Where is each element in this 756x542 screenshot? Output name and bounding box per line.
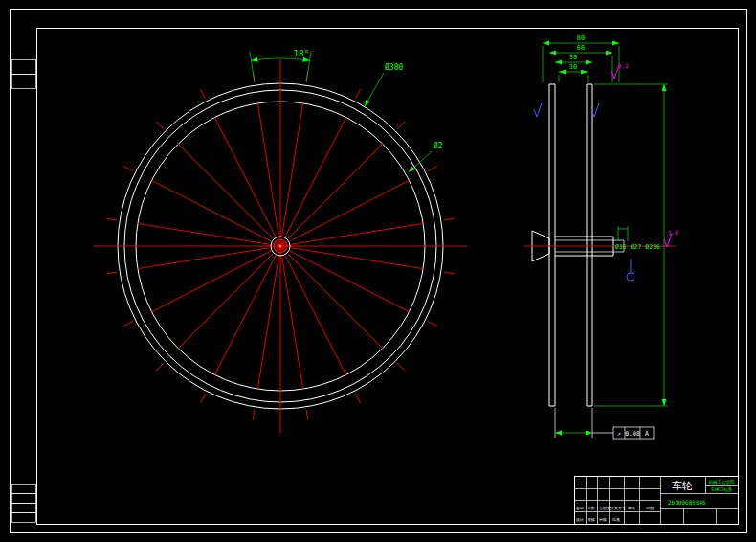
title-block: 车轮 机械工程学院 车辆工程系 20100685546 标记 处数 分区 更改文…	[575, 477, 739, 525]
org-line2: 车辆工程系	[711, 486, 733, 493]
hub-dims-label: Ø16 Ø27 Ø256	[615, 243, 660, 251]
cad-drawing-sheet: 18° Ø380 Ø2	[0, 0, 756, 542]
frame-zone-boxes	[12, 60, 36, 523]
cad-canvas: 18° Ø380 Ø2	[0, 0, 756, 542]
hub	[271, 237, 290, 256]
dim-80: 80	[577, 34, 585, 42]
dim-66: 66	[577, 44, 585, 52]
spoke-diameter-dimension: Ø2	[409, 141, 443, 172]
width-dimensions: 80 66 39 30	[543, 34, 619, 82]
tb-label: 处数	[588, 506, 595, 510]
roughness-right-label: 1.6	[668, 229, 678, 236]
part-name: 车轮	[672, 480, 693, 492]
tolerance-datum: A	[645, 430, 649, 438]
org-line1: 机械工程学院	[709, 479, 736, 485]
tb-label: 批准	[612, 517, 620, 522]
roughness-top-label: 3.2	[618, 62, 629, 69]
angle-dim-label: 18°	[294, 49, 309, 58]
tb-label: 审核	[599, 517, 607, 522]
rim-diameter-dimension: Ø380	[365, 62, 403, 106]
drawing-number: 20100685546	[668, 499, 706, 506]
sheet-frame	[11, 10, 747, 533]
dim-30: 30	[569, 63, 577, 71]
roughness-icon	[664, 234, 672, 247]
datum-symbol	[627, 259, 634, 281]
spoke-diameter-label: Ø2	[434, 141, 443, 150]
tb-label: 标记	[576, 506, 584, 511]
rim-section	[549, 84, 592, 406]
datum-circle-icon	[627, 273, 634, 281]
roughness-marks: 3.2 1.6	[534, 62, 678, 247]
tb-label: 校核	[587, 517, 595, 522]
tb-label: 分区	[599, 506, 607, 510]
rim-diameter-label: Ø380	[385, 62, 403, 72]
dim-39: 39	[569, 54, 577, 61]
runout-tolerance: ↗ 0.08 A	[555, 408, 654, 439]
front-view: 18° Ø380 Ø2	[94, 49, 467, 433]
tolerance-symbol-icon: ↗	[617, 430, 621, 438]
tb-label: 设计	[576, 517, 584, 522]
tb-label: 更改文件号	[607, 506, 626, 510]
roughness-icon	[534, 103, 542, 117]
tb-label: 日期	[646, 506, 654, 510]
hub-diameter-dimensions: Ø16 Ø27 Ø256	[615, 226, 660, 251]
tb-label: 签名	[628, 506, 635, 510]
tolerance-value: 0.08	[625, 430, 640, 438]
side-view: 80 66 39 30 Ø16 Ø27 Ø256 3.2 1.6	[524, 34, 678, 439]
